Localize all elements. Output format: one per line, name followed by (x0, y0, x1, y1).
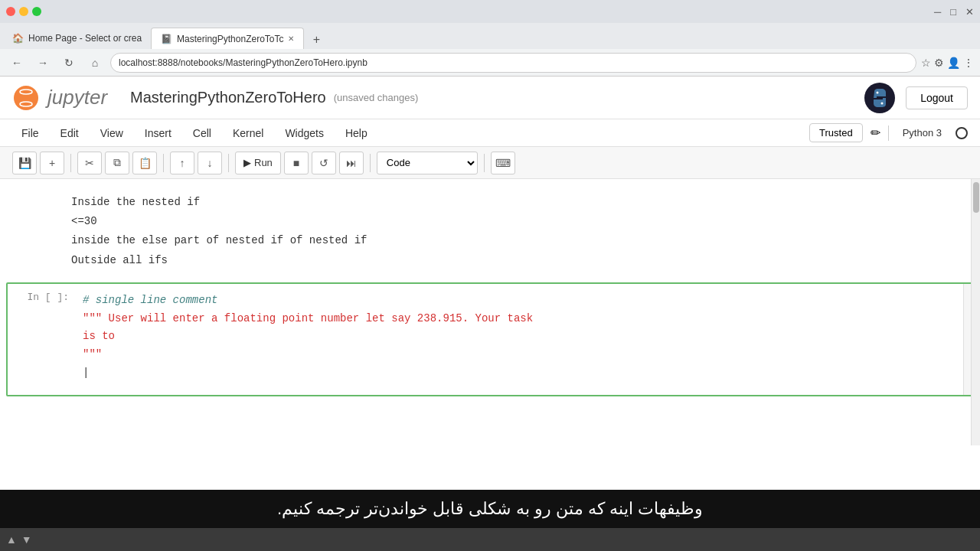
code-line-1: # single line comment (83, 292, 957, 310)
menu-kernel[interactable]: Kernel (224, 124, 273, 142)
unsaved-label: (unsaved changes) (334, 92, 419, 103)
notebook-content: Inside the nested if <=30 inside the els… (0, 179, 980, 445)
cursor: | (83, 367, 89, 379)
close-window-btn[interactable] (6, 7, 15, 16)
title-bar-controls: ─ □ ✕ (934, 6, 974, 18)
cell-row: In [ ]: # single line comment """ User w… (8, 284, 972, 395)
menu-bar-right: Trusted ✏ Python 3 (809, 123, 968, 142)
move-up-button[interactable]: ↑ (170, 152, 194, 174)
account-icon[interactable]: 👤 (947, 57, 960, 69)
output-cell: Inside the nested if <=30 inside the els… (0, 179, 980, 281)
run-label: Run (254, 157, 273, 168)
output-line-1: Inside the nested if (71, 193, 980, 212)
copy-button[interactable]: ⧉ (105, 152, 129, 174)
cell-prompt: In [ ]: (8, 284, 77, 395)
new-tab-button[interactable]: + (307, 31, 325, 49)
maximize-window-btn[interactable] (32, 7, 41, 16)
scrollbar-thumb[interactable] (973, 182, 979, 213)
subtitle-text: وظیفهات اینه که متن رو به شکلی قابل خوان… (277, 499, 703, 519)
add-cell-button[interactable]: + (40, 152, 64, 174)
run-icon: ▶ (243, 157, 251, 168)
stop-button[interactable]: ■ (284, 152, 309, 174)
tab-notebook[interactable]: 📓 MasteringPythonZeroToTc ✕ (151, 28, 304, 49)
tab-favicon: 🏠 (12, 33, 24, 44)
jupyter-header: jupyter MasteringPythonZeroToHero (unsav… (0, 77, 980, 119)
empty-cell-area (6, 399, 974, 445)
tab-favicon: 📓 (161, 34, 172, 44)
code-line-2: """ User will enter a floating point num… (83, 310, 957, 328)
tab-label: MasteringPythonZeroToTc (177, 34, 283, 44)
save-button[interactable]: 💾 (12, 152, 37, 174)
output-content: Inside the nested if <=30 inside the els… (2, 185, 980, 275)
fast-forward-button[interactable]: ⏭ (339, 152, 364, 174)
address-bar: ← → ↻ ⌂ localhost:8888/notebooks/Masteri… (0, 49, 980, 77)
toolbar-separator-5 (484, 154, 485, 172)
menu-edit[interactable]: Edit (51, 124, 88, 142)
jupyter-wordmark: jupyter (47, 86, 107, 109)
toolbar-separator-1 (70, 154, 71, 172)
title-bar: ─ □ ✕ (0, 0, 980, 23)
minimize-window-btn[interactable] (19, 7, 28, 16)
jupyter-logo-icon (12, 84, 40, 112)
keyboard-shortcuts-button[interactable]: ⌨ (491, 152, 515, 174)
window-close-icon[interactable]: ✕ (965, 6, 974, 18)
code-line-3: is to (83, 328, 957, 346)
tab-bar: 🏠 Home Page - Select or crea 📓 Mastering… (0, 23, 980, 49)
url-input[interactable]: localhost:8888/notebooks/MasteringPython… (110, 53, 916, 73)
logout-button[interactable]: Logout (906, 86, 968, 109)
subtitle-bar: وظیفهات اینه که متن رو به شکلی قابل خوان… (0, 490, 980, 528)
menu-file[interactable]: File (12, 124, 48, 142)
kernel-status-icon (956, 127, 968, 139)
tab-close-icon[interactable]: ✕ (288, 34, 294, 43)
window-minimize-icon[interactable]: ─ (934, 6, 941, 18)
tab-home[interactable]: 🏠 Home Page - Select or crea (3, 28, 151, 49)
toolbar-separator-3 (228, 154, 229, 172)
home-button[interactable]: ⌂ (84, 52, 106, 73)
title-bar-left (6, 7, 41, 16)
paste-button[interactable]: 📋 (132, 152, 157, 174)
browser-actions: ☆ ⚙ 👤 ⋮ (921, 57, 974, 69)
menu-icon[interactable]: ⋮ (963, 57, 974, 69)
restart-button[interactable]: ↺ (312, 152, 336, 174)
cell-code-area[interactable]: # single line comment """ User will ente… (77, 284, 963, 395)
menu-help[interactable]: Help (336, 124, 377, 142)
menu-view[interactable]: View (91, 124, 132, 142)
menu-cell[interactable]: Cell (184, 124, 220, 142)
kernel-info-label: Python 3 (897, 127, 948, 139)
output-line-3: inside the else part of nested if of nes… (71, 231, 980, 250)
notebook-scrollbar[interactable] (971, 179, 980, 445)
svg-point-5 (881, 102, 884, 104)
bottom-arrow-down[interactable]: ▼ (21, 533, 32, 546)
toolbar-separator-2 (163, 154, 164, 172)
svg-point-4 (877, 91, 879, 93)
forward-button[interactable]: → (32, 52, 54, 73)
extensions-icon[interactable]: ⚙ (934, 57, 944, 69)
menu-insert[interactable]: Insert (136, 124, 181, 142)
cut-button[interactable]: ✂ (77, 152, 102, 174)
trusted-button[interactable]: Trusted (809, 123, 863, 142)
url-text: localhost:8888/notebooks/MasteringPython… (119, 57, 368, 68)
python-logo-icon (863, 81, 897, 115)
window-restore-icon[interactable]: □ (950, 6, 956, 18)
menu-widgets[interactable]: Widgets (276, 124, 333, 142)
tab-label: Home Page - Select or crea (28, 33, 142, 44)
cell-type-select[interactable]: Code Markdown Raw NBConvert (377, 152, 478, 174)
notebook-name[interactable]: MasteringPythonZeroToHero (130, 89, 326, 106)
output-line-2: <=30 (71, 212, 980, 231)
svg-point-3 (864, 83, 895, 113)
jupyter-header-right: Logout (863, 81, 968, 115)
back-button[interactable]: ← (6, 52, 28, 73)
bottom-arrow-up[interactable]: ▲ (6, 533, 17, 546)
bookmark-icon[interactable]: ☆ (921, 57, 931, 69)
run-button[interactable]: ▶ Run (235, 152, 281, 174)
toolbar-separator-4 (370, 154, 371, 172)
code-line-4: """ (83, 346, 957, 364)
move-down-button[interactable]: ↓ (198, 152, 222, 174)
output-line-4: Outside all ifs (71, 251, 980, 270)
cursor-area: | (83, 364, 957, 387)
toolbar: 💾 + ✂ ⧉ 📋 ↑ ↓ ▶ Run ■ ↺ ⏭ Code Markdown … (0, 147, 980, 179)
menu-bar: File Edit View Insert Cell Kernel Widget… (0, 119, 980, 147)
active-code-cell[interactable]: In [ ]: # single line comment """ User w… (6, 282, 974, 396)
edit-icon[interactable]: ✏ (871, 126, 880, 140)
refresh-button[interactable]: ↻ (58, 52, 80, 73)
